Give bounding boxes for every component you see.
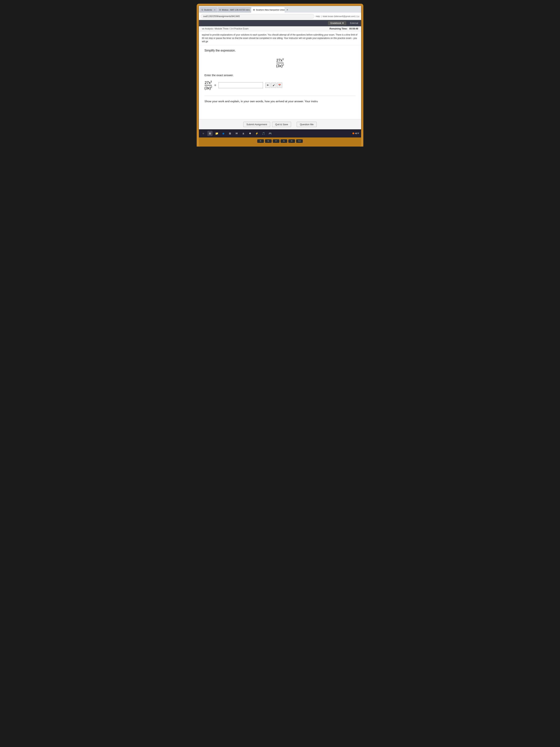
help-text[interactable]: Help bbox=[316, 15, 320, 18]
key-f10[interactable]: f10 bbox=[296, 139, 303, 143]
answer-label-fraction: 27x3 (3x)2 bbox=[205, 80, 212, 90]
main-content: Simplify the expression. 27x3 (3x)2 Ente… bbox=[199, 45, 361, 119]
external-button[interactable]: External bbox=[350, 22, 358, 24]
key-f6[interactable]: f6 bbox=[265, 139, 272, 143]
mobius-tab-icon: B bbox=[219, 9, 221, 11]
tab-snhu[interactable]: M Southern New Hampshire Univer ✕ bbox=[251, 7, 285, 12]
url-input[interactable]: oud/1192/2559/assignments/94134/0 bbox=[201, 14, 314, 19]
key-f8[interactable]: f8 bbox=[281, 139, 287, 143]
fraction-denominator: (3x)2 bbox=[276, 63, 284, 68]
question-prompt: Simplify the expression. bbox=[205, 49, 355, 52]
answer-label-denominator: (3x)2 bbox=[205, 85, 212, 90]
tab-students[interactable]: S Students ✕ bbox=[199, 7, 217, 12]
tabs-bar: S Students ✕ B Mobius - MAT-136-H3725 In… bbox=[199, 6, 361, 12]
address-bar: oud/1192/2559/assignments/94134/0 Help |… bbox=[199, 12, 361, 20]
taskbar-app1-icon[interactable]: 🎵 bbox=[261, 131, 266, 136]
remaining-time-label: Remaining Time: bbox=[329, 27, 347, 30]
fraction-numerator: 27x3 bbox=[276, 58, 284, 63]
question-me-button[interactable]: Question Me bbox=[297, 122, 317, 127]
submit-assignment-button[interactable]: Submit Assignment bbox=[243, 122, 270, 127]
key-f9[interactable]: f9 bbox=[288, 139, 295, 143]
answer-input[interactable] bbox=[218, 82, 263, 88]
taskbar-right: 46°F bbox=[352, 132, 359, 134]
breadcrumb-item-1[interactable]: Module Three bbox=[215, 27, 229, 30]
show-work-text: Show your work and explain, in your own … bbox=[205, 100, 318, 103]
app-header: Gradebook ▼ External bbox=[199, 20, 361, 26]
snhu-tab-icon: M bbox=[253, 9, 255, 11]
taskbar-app2-icon[interactable]: 🎮 bbox=[267, 131, 273, 136]
keyboard-area: f5 f6 f7 f8 f9 f10 bbox=[199, 137, 361, 147]
breadcrumb-sep-1: / bbox=[229, 27, 230, 30]
taskbar-bolt-icon[interactable]: ⚡ bbox=[254, 131, 259, 136]
remaining-time-value: 00:59:49 bbox=[349, 27, 358, 30]
taskbar-mail-icon[interactable]: ✉ bbox=[234, 131, 239, 136]
mobius-tab-label: Mobius - MAT-136-H3725 Intro bbox=[222, 9, 250, 11]
math-fraction: 27x3 (3x)2 bbox=[276, 58, 284, 68]
students-tab-close[interactable]: ✕ bbox=[214, 9, 215, 11]
temperature-value: 46°F bbox=[355, 132, 359, 134]
show-work-suffix: Your instru bbox=[304, 100, 318, 103]
math-expression-display: 27x3 (3x)2 bbox=[205, 58, 355, 68]
equals-sign: = bbox=[214, 83, 216, 87]
students-tab-icon: S bbox=[202, 9, 203, 11]
show-work-section: Show your work and explain, in your own … bbox=[205, 96, 355, 103]
taskbar: ○ ⊞ 📁 ◉ ⊞ ✉ a ❖ ⚡ 🎵 🎮 46°F bbox=[199, 129, 361, 137]
breadcrumb: ve Analysis / Module Three / 3-4 Practic… bbox=[202, 27, 248, 30]
temp-dot bbox=[352, 132, 354, 134]
instructions-text: equired to provide explanations of your … bbox=[199, 31, 361, 45]
show-work-label: Show your work and explain, in your own … bbox=[205, 100, 304, 103]
instructions-content: equired to provide explanations of your … bbox=[202, 33, 357, 43]
answer-label-numerator: 27x3 bbox=[205, 80, 212, 85]
math-btn-1[interactable]: 👁 bbox=[265, 83, 270, 88]
math-toolbar: 👁 🖌 📅 bbox=[265, 83, 282, 88]
temperature-display: 46°F bbox=[352, 132, 359, 134]
breadcrumb-item-2[interactable]: 3-4 Practice Exam bbox=[230, 27, 248, 30]
taskbar-store-icon[interactable]: ⊞ bbox=[228, 131, 233, 136]
breadcrumb-bar: ve Analysis / Module Three / 3-4 Practic… bbox=[199, 26, 361, 31]
taskbar-dropbox-icon[interactable]: ❖ bbox=[247, 131, 252, 136]
snhu-tab-label: Southern New Hampshire Univer bbox=[256, 9, 285, 11]
students-tab-label: Students bbox=[204, 9, 212, 11]
answer-prompt: Enter the exact answer. bbox=[205, 74, 355, 77]
tab-mobius[interactable]: B Mobius - MAT-136-H3725 Intro ✕ bbox=[218, 7, 251, 12]
answer-row: 27x3 (3x)2 = 👁 🖌 📅 bbox=[205, 80, 355, 90]
math-btn-3[interactable]: 📅 bbox=[277, 83, 282, 88]
footer-buttons: Submit Assignment Quit & Save Question M… bbox=[199, 119, 361, 129]
taskbar-search-icon[interactable]: ○ bbox=[201, 131, 206, 136]
remaining-time: Remaining Time: 00:59:49 bbox=[329, 27, 358, 30]
key-f5[interactable]: f5 bbox=[257, 139, 264, 143]
key-f7[interactable]: f7 bbox=[273, 139, 279, 143]
user-text: kiiale brown (kiibrown6@gmail.com) | Lo bbox=[323, 15, 359, 18]
new-tab-button[interactable]: + bbox=[285, 7, 290, 12]
taskbar-folder-icon[interactable]: 📁 bbox=[214, 131, 219, 136]
taskbar-edge-icon[interactable]: ◉ bbox=[221, 131, 226, 136]
quit-save-button[interactable]: Quit & Save bbox=[272, 122, 291, 127]
taskbar-a-icon[interactable]: a bbox=[241, 131, 246, 136]
gradebook-button[interactable]: Gradebook ▼ bbox=[328, 21, 346, 25]
user-info: Help | kiiale brown (kiibrown6@gmail.com… bbox=[316, 15, 359, 18]
breadcrumb-item-0[interactable]: ve Analysis bbox=[202, 27, 213, 30]
taskbar-grid-icon[interactable]: ⊞ bbox=[207, 131, 213, 136]
math-btn-2[interactable]: 🖌 bbox=[271, 83, 276, 88]
